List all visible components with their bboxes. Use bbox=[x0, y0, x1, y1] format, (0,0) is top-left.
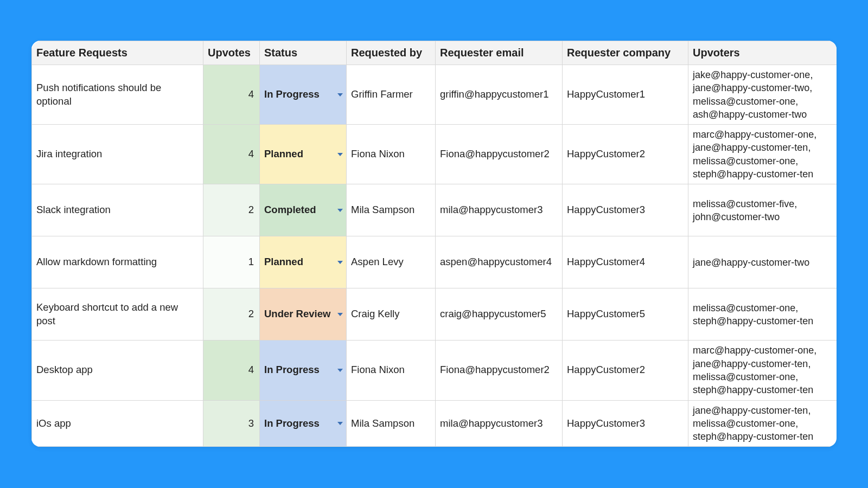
col-header-upvotes[interactable]: Upvotes bbox=[203, 41, 260, 65]
cell-feature[interactable]: Allow markdown formatting bbox=[32, 236, 203, 288]
chevron-down-icon bbox=[337, 313, 343, 316]
cell-requester-email[interactable]: mila@happycustomer3 bbox=[436, 184, 563, 236]
table-row: Desktop app4In ProgressFiona NixonFiona@… bbox=[32, 341, 837, 400]
cell-feature[interactable]: Slack integration bbox=[32, 184, 203, 236]
cell-upvotes[interactable]: 1 bbox=[203, 236, 260, 288]
chevron-down-icon bbox=[337, 209, 343, 212]
cell-feature[interactable]: Jira integration bbox=[32, 125, 203, 184]
cell-requested-by[interactable]: Mila Sampson bbox=[347, 184, 436, 236]
table-row: Slack integration2CompletedMila Sampsonm… bbox=[32, 184, 837, 236]
status-label: In Progress bbox=[264, 364, 320, 375]
cell-requester-company[interactable]: HappyCustomer4 bbox=[563, 236, 688, 288]
col-header-status[interactable]: Status bbox=[260, 41, 347, 65]
cell-upvoters[interactable]: marc@happy-customer-one, jane@happy-cust… bbox=[688, 341, 837, 400]
cell-status-dropdown[interactable]: Planned bbox=[260, 125, 347, 184]
status-label: Under Review bbox=[264, 308, 330, 319]
col-header-requested-by[interactable]: Requested by bbox=[347, 41, 436, 65]
cell-upvotes[interactable]: 4 bbox=[203, 65, 260, 125]
chevron-down-icon bbox=[337, 369, 343, 372]
cell-requester-company[interactable]: HappyCustomer3 bbox=[563, 184, 688, 236]
cell-requested-by[interactable]: Aspen Levy bbox=[347, 236, 436, 288]
cell-feature[interactable]: Desktop app bbox=[32, 341, 203, 400]
cell-upvoters[interactable]: melissa@customer-five, john@customer-two bbox=[688, 184, 837, 236]
status-label: Completed bbox=[264, 204, 316, 215]
table-row: Push notifications should be optional4In… bbox=[32, 65, 837, 125]
cell-requester-email[interactable]: craig@happycustomer5 bbox=[436, 288, 563, 341]
cell-upvotes[interactable]: 3 bbox=[203, 400, 260, 447]
cell-requester-company[interactable]: HappyCustomer5 bbox=[563, 288, 688, 341]
cell-upvoters[interactable]: jane@happy-customer-two bbox=[688, 236, 837, 288]
cell-requester-company[interactable]: HappyCustomer3 bbox=[563, 400, 688, 447]
cell-requested-by[interactable]: Craig Kelly bbox=[347, 288, 436, 341]
table-row: Allow markdown formatting1PlannedAspen L… bbox=[32, 236, 837, 288]
cell-requested-by[interactable]: Griffin Farmer bbox=[347, 65, 436, 125]
cell-requested-by[interactable]: Mila Sampson bbox=[347, 400, 436, 447]
cell-requester-company[interactable]: HappyCustomer2 bbox=[563, 341, 688, 400]
chevron-down-icon bbox=[337, 422, 343, 425]
cell-requester-email[interactable]: aspen@happycustomer4 bbox=[436, 236, 563, 288]
chevron-down-icon bbox=[337, 93, 343, 97]
cell-feature[interactable]: iOs app bbox=[32, 400, 203, 447]
cell-upvotes[interactable]: 4 bbox=[203, 341, 260, 400]
table-row: Keyboard shortcut to add a new post2Unde… bbox=[32, 288, 837, 341]
spreadsheet-table: Feature Requests Upvotes Status Requeste… bbox=[31, 41, 837, 447]
cell-upvotes[interactable]: 2 bbox=[203, 288, 260, 341]
cell-status-dropdown[interactable]: Under Review bbox=[260, 288, 347, 341]
cell-requester-company[interactable]: HappyCustomer2 bbox=[563, 125, 688, 184]
cell-status-dropdown[interactable]: Planned bbox=[260, 236, 347, 288]
chevron-down-icon bbox=[337, 153, 343, 156]
col-header-feature[interactable]: Feature Requests bbox=[32, 41, 203, 65]
cell-requester-email[interactable]: griffin@happycustomer1 bbox=[436, 65, 563, 125]
chevron-down-icon bbox=[337, 261, 343, 264]
table-row: iOs app3In ProgressMila Sampsonmila@happ… bbox=[32, 400, 837, 447]
cell-status-dropdown[interactable]: In Progress bbox=[260, 341, 347, 400]
cell-upvotes[interactable]: 4 bbox=[203, 125, 260, 184]
status-label: In Progress bbox=[264, 418, 320, 429]
col-header-upvoters[interactable]: Upvoters bbox=[688, 41, 837, 65]
cell-feature[interactable]: Keyboard shortcut to add a new post bbox=[32, 288, 203, 341]
cell-requester-email[interactable]: Fiona@happycustomer2 bbox=[436, 341, 563, 400]
status-label: Planned bbox=[264, 256, 303, 267]
cell-upvoters[interactable]: melissa@customer-one, steph@happy-custom… bbox=[688, 288, 837, 341]
feature-requests-table: Feature Requests Upvotes Status Requeste… bbox=[31, 41, 837, 447]
cell-upvoters[interactable]: jane@happy-customer-ten, melissa@custome… bbox=[688, 400, 837, 447]
cell-status-dropdown[interactable]: Completed bbox=[260, 184, 347, 236]
cell-requested-by[interactable]: Fiona Nixon bbox=[347, 341, 436, 400]
status-label: Planned bbox=[264, 148, 303, 159]
cell-requester-email[interactable]: mila@happycustomer3 bbox=[436, 400, 563, 447]
status-label: In Progress bbox=[264, 88, 320, 100]
cell-requester-company[interactable]: HappyCustomer1 bbox=[563, 65, 688, 125]
cell-status-dropdown[interactable]: In Progress bbox=[260, 400, 347, 447]
col-header-requester-email[interactable]: Requester email bbox=[436, 41, 563, 65]
header-row: Feature Requests Upvotes Status Requeste… bbox=[32, 41, 837, 65]
cell-upvotes[interactable]: 2 bbox=[203, 184, 260, 236]
col-header-requester-company[interactable]: Requester company bbox=[563, 41, 688, 65]
cell-upvoters[interactable]: jake@happy-customer-one, jane@happy-cust… bbox=[688, 65, 837, 125]
cell-feature[interactable]: Push notifications should be optional bbox=[32, 65, 203, 125]
cell-status-dropdown[interactable]: In Progress bbox=[260, 65, 347, 125]
cell-requester-email[interactable]: Fiona@happycustomer2 bbox=[436, 125, 563, 184]
table-row: Jira integration4PlannedFiona NixonFiona… bbox=[32, 125, 837, 184]
cell-upvoters[interactable]: marc@happy-customer-one, jane@happy-cust… bbox=[688, 125, 837, 184]
cell-requested-by[interactable]: Fiona Nixon bbox=[347, 125, 436, 184]
